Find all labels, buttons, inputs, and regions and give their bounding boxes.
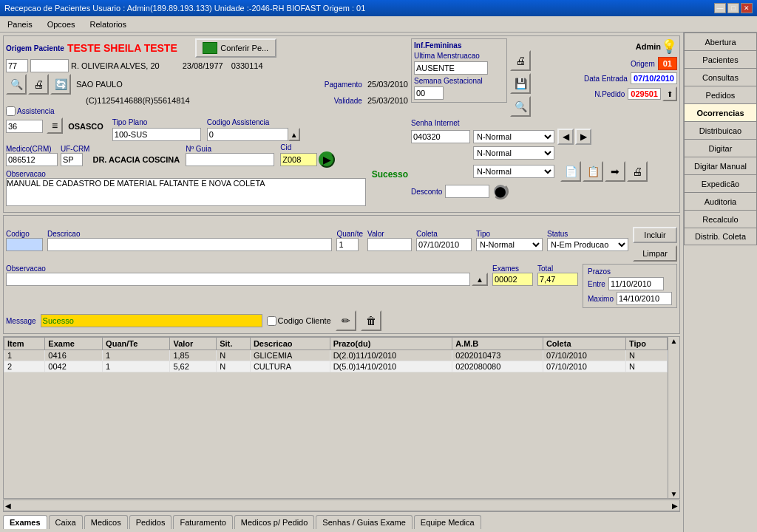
table-header: Prazo(du) <box>330 338 452 350</box>
prazos-section: Prazos Entre Maximo <box>583 264 677 308</box>
scroll-up-icon[interactable]: ▲ <box>288 128 300 141</box>
binoculars2-icon[interactable]: 🔍 <box>510 96 531 117</box>
maximize-button[interactable]: □ <box>727 3 739 13</box>
window-controls: — □ ✕ <box>714 3 753 13</box>
tab-medicos[interactable]: Medicos <box>84 515 128 529</box>
horizontal-scrollbar[interactable]: ◀ ▶ <box>3 499 680 511</box>
sidebar-btn-consultas[interactable]: Consultas <box>684 68 757 86</box>
n-guia-field[interactable] <box>186 153 274 166</box>
print-icon[interactable]: 🖨 <box>28 74 49 95</box>
sidebar-btn-pedidos[interactable]: Pedidos <box>684 86 757 103</box>
patient-id-field[interactable] <box>6 59 28 72</box>
message-field <box>41 314 262 327</box>
entre-label: Entre <box>588 280 605 288</box>
sidebar-btn-distribuicao[interactable]: Distribuicao <box>684 121 757 139</box>
tipo-plano-field[interactable] <box>112 128 201 141</box>
tab-pedidos[interactable]: Pedidos <box>129 515 172 529</box>
scroll-up-btn[interactable]: ▲ <box>671 337 678 345</box>
print2-icon[interactable]: 🖨 <box>510 50 531 71</box>
sidebar-btn-auditoria[interactable]: Auditoria <box>684 192 757 210</box>
tab-exames[interactable]: Exames <box>3 515 47 529</box>
minimize-button[interactable]: — <box>714 3 726 13</box>
descricao-field[interactable] <box>47 238 332 251</box>
menu-relatorios[interactable]: Relatorios <box>86 18 132 30</box>
list-icon[interactable]: ≡ <box>47 117 63 134</box>
uf-crm-field[interactable] <box>61 153 83 166</box>
send-icon[interactable]: ➡ <box>605 161 625 182</box>
confirm-icon[interactable]: ▶ <box>319 151 335 168</box>
tab-senhas-/-guias-exame[interactable]: Senhas / Guias Exame <box>316 515 413 529</box>
dropdown2[interactable]: N-Normal <box>473 146 554 160</box>
data-entrada-label: Data Entrada <box>584 75 628 83</box>
table-cell: 2 <box>4 361 45 372</box>
sidebar-btn-digitar[interactable]: Digitar <box>684 139 757 157</box>
conferir-btn[interactable]: Conferir Pe... <box>195 38 276 58</box>
codigo-field[interactable] <box>6 238 43 251</box>
limpar-button[interactable]: Limpar <box>633 245 677 262</box>
quante-field[interactable] <box>336 238 359 251</box>
cid-field[interactable] <box>280 153 317 166</box>
menu-bar: Paneis Opcoes Relatorios <box>0 16 757 33</box>
db-icon[interactable]: 💾 <box>510 73 531 94</box>
obs-expand-icon[interactable]: ▲ <box>472 273 488 286</box>
observacao-label: Observacao <box>6 170 46 178</box>
pagamento-value: 25/03/2010 <box>367 80 408 89</box>
sidebar-btn-recalculo[interactable]: Recalculo <box>684 210 757 228</box>
valor-field[interactable] <box>367 238 412 251</box>
right-sidebar: AberturaPacientesConsultasPedidosOcorren… <box>683 33 757 532</box>
arrow-left-btn[interactable]: ◀ <box>557 129 574 145</box>
desconto-toggle[interactable]: ⬤ <box>492 183 509 200</box>
coleta-field[interactable] <box>416 238 472 251</box>
sidebar-btn-digitar-manual[interactable]: Digitar Manual <box>684 157 757 174</box>
binoculars-icon[interactable]: 🔍 <box>6 74 27 95</box>
desconto-field[interactable] <box>445 185 489 198</box>
observacao-textarea[interactable]: MANUAL DE CADASTRO DE MATERIAL FALTANTE … <box>6 178 366 206</box>
tab-equipe-medica[interactable]: Equipe Medica <box>414 515 481 529</box>
sidebar-btn-abertura[interactable]: Abertura <box>684 33 757 50</box>
tipo-order-select[interactable]: N-Normal <box>476 238 543 251</box>
scroll-down-btn[interactable]: ▼ <box>671 490 678 498</box>
vertical-scrollbar[interactable]: ▲ ▼ <box>668 337 679 498</box>
tab-medicos-p/-pedido[interactable]: Medicos p/ Pedido <box>234 515 315 529</box>
delete-icon[interactable]: 🗑 <box>361 310 381 331</box>
codigo-cliente-checkbox[interactable] <box>267 316 276 326</box>
semana-gest-field[interactable] <box>414 86 444 100</box>
table-cell: 1 <box>103 361 170 372</box>
sidebar-btn-pacientes[interactable]: Pacientes <box>684 50 757 68</box>
assistencia-checkbox[interactable] <box>6 106 16 116</box>
close-button[interactable]: ✕ <box>741 3 753 13</box>
dropdown1[interactable]: N-Normal <box>473 130 554 143</box>
copy-icon[interactable]: 📋 <box>583 161 603 182</box>
sidebar-btn-ocorrencias[interactable]: Ocorrencias <box>684 103 757 121</box>
assistencia-num-field[interactable] <box>6 120 43 133</box>
scroll-right-btn[interactable]: ▶ <box>671 502 679 510</box>
senha-field[interactable] <box>411 130 470 143</box>
title-bar: Recepcao de Pacientes Usuario : Admin(18… <box>0 0 757 16</box>
scroll-left-btn[interactable]: ◀ <box>4 502 13 510</box>
origem-value: 01 <box>658 57 677 70</box>
cod-assistencia-field[interactable] <box>207 128 288 141</box>
obs-order-field[interactable] <box>6 273 470 286</box>
conferir-button[interactable]: Conferir Pe... <box>195 38 276 58</box>
incluir-button[interactable]: Incluir <box>633 227 677 243</box>
maximo-label: Maximo <box>588 295 614 303</box>
status-order-select[interactable]: N-Em Producao <box>547 238 628 251</box>
menu-opcoes[interactable]: Opcoes <box>43 18 80 30</box>
patient-code-field[interactable] <box>30 59 69 72</box>
menu-paneis[interactable]: Paneis <box>3 18 37 30</box>
arrow-right-btn[interactable]: ▶ <box>575 129 591 145</box>
table-scroll-area[interactable]: ItemExameQuan/TeValorSit.DescricaoPrazo(… <box>4 337 668 498</box>
table-cell: N <box>217 361 251 372</box>
tab-caixa[interactable]: Caixa <box>49 515 83 529</box>
sidebar-btn-distrib.-coleta[interactable]: Distrib. Coleta <box>684 228 757 245</box>
tab-faturamento[interactable]: Faturamento <box>173 515 232 529</box>
ultima-mens-field[interactable] <box>414 61 488 75</box>
pedido-icon[interactable]: ⬆ <box>662 86 677 101</box>
dropdown3[interactable]: N-Normal <box>473 165 554 178</box>
doc-icon[interactable]: 📄 <box>560 161 581 182</box>
edit-icon[interactable]: ✏ <box>336 310 356 331</box>
medico-crm-field[interactable] <box>6 153 58 166</box>
reload-icon[interactable]: 🔄 <box>50 74 71 95</box>
print3-icon[interactable]: 🖨 <box>627 161 648 182</box>
sidebar-btn-expedicão[interactable]: Expedicão <box>684 174 757 192</box>
